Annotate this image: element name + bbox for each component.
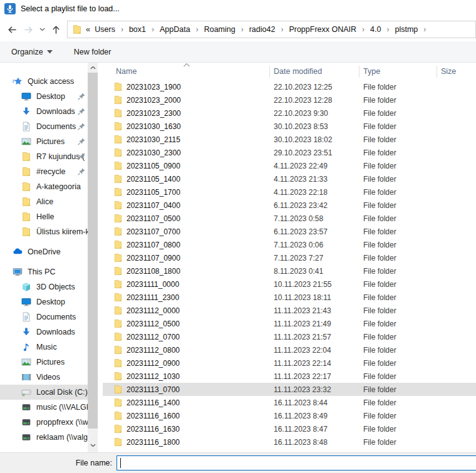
breadcrumb-segment-box1[interactable]: box1: [127, 25, 148, 34]
network-drive-icon: [21, 417, 31, 427]
breadcrumb-overflow[interactable]: «: [86, 24, 93, 35]
chevron-right-icon[interactable]: ›: [117, 25, 127, 34]
file-name-cell: 20231112_0700: [127, 333, 180, 341]
file-row[interactable]: 20231111_0000 10.11.2023 21:55 File fold…: [103, 278, 476, 291]
sidebar-scrollbar[interactable]: [88, 63, 98, 452]
file-row[interactable]: 20231023_2300 22.10.2023 9:30 File folde…: [103, 107, 476, 120]
scroll-up-icon[interactable]: [88, 63, 98, 72]
scroll-down-icon[interactable]: [88, 440, 98, 450]
file-row[interactable]: 20231116_1630 16.11.2023 8:47 File folde…: [103, 422, 476, 435]
file-row[interactable]: 20231112_0800 11.11.2023 22:04 File fold…: [103, 343, 476, 356]
sidebar-item-recycle[interactable]: #recycle: [0, 164, 88, 179]
file-row[interactable]: 20231116_1400 16.11.2023 8:44 File folde…: [103, 396, 476, 409]
file-row[interactable]: 20231108_1800 8.11.2023 0:41 File folder: [103, 264, 476, 278]
column-header-size[interactable]: Size: [437, 63, 476, 80]
back-button[interactable]: [4, 21, 20, 38]
sidebar-item-proppfrexx-wl[interactable]: proppfrexx (\\wl: [0, 415, 88, 430]
folder-icon: [21, 152, 31, 162]
column-header-name[interactable]: Name: [103, 63, 269, 80]
sidebar-item-this-pc[interactable]: This PC: [0, 264, 88, 279]
sidebar-item-desktop[interactable]: Desktop: [0, 294, 88, 309]
chevron-right-icon[interactable]: ›: [420, 25, 430, 34]
file-row[interactable]: 20231107_0900 7.11.2023 7:27 File folder: [103, 251, 476, 264]
sidebar-item-documents[interactable]: Documents: [0, 309, 88, 325]
quick-access-star-icon: [13, 76, 23, 86]
file-row[interactable]: 20231111_2300 10.11.2023 18:11 File fold…: [103, 291, 476, 304]
file-row[interactable]: 20231107_0500 7.11.2023 0:58 File folder: [103, 212, 476, 225]
file-row[interactable]: 20231112_1030 11.11.2023 22:17 File fold…: [103, 370, 476, 383]
folder-icon: [113, 200, 123, 210]
breadcrumb-segment-4-0[interactable]: 4.0: [368, 25, 383, 34]
folder-icon: [113, 174, 123, 184]
breadcrumb-segment-proppfrexx-onair[interactable]: ProppFrexx ONAIR: [287, 25, 358, 34]
sidebar-item-videos[interactable]: Videos: [0, 370, 88, 385]
file-row[interactable]: 20231112_0700 11.11.2023 21:57 File fold…: [103, 330, 476, 343]
file-row[interactable]: 20231023_1900 22.10.2023 12:25 File fold…: [103, 80, 476, 93]
file-row[interactable]: 20231112_0900 11.11.2023 22:14 File fold…: [103, 356, 476, 370]
microphone-icon: [4, 3, 16, 14]
breadcrumb-segment-roaming[interactable]: Roaming: [202, 25, 237, 34]
chevron-right-icon[interactable]: ›: [383, 25, 393, 34]
breadcrumb-segment-users[interactable]: Users: [93, 25, 117, 34]
file-name-cell: 20231113_0700: [127, 385, 180, 394]
file-row[interactable]: 20231107_0700 6.11.2023 23:57 File folde…: [103, 225, 476, 238]
sidebar-item-quick-access[interactable]: Quick access: [0, 74, 88, 89]
folder-icon: [21, 167, 31, 177]
chevron-right-icon[interactable]: ›: [358, 25, 368, 34]
up-button[interactable]: [48, 21, 64, 38]
file-row[interactable]: 20231113_0700 11.11.2023 23:32 File fold…: [103, 383, 476, 396]
file-row[interactable]: 20231030_2300 29.10.2023 23:51 File fold…: [103, 146, 476, 159]
sidebar-item-downloads[interactable]: Downloads: [0, 325, 88, 340]
sidebar-item-3d-objects[interactable]: 3D Objects: [0, 279, 88, 294]
file-row[interactable]: 20231030_1630 30.10.2023 8:53 File folde…: [103, 120, 476, 133]
sidebar-item-reklaam-valge[interactable]: reklaam (\\valge: [0, 430, 88, 445]
chevron-right-icon[interactable]: ›: [277, 25, 287, 34]
scrollbar-thumb[interactable]: [88, 73, 98, 429]
type-cell: File folder: [359, 280, 437, 289]
sidebar-item-pictures[interactable]: Pictures: [0, 134, 88, 149]
file-row[interactable]: 20231023_2000 22.10.2023 12:28 File fold…: [103, 93, 476, 107]
file-name-cell: 20231023_2300: [127, 109, 181, 118]
new-folder-button[interactable]: New folder: [74, 48, 111, 56]
file-row[interactable]: 20231112_0500 11.11.2023 21:49 File fold…: [103, 317, 476, 330]
this-pc-icon: [13, 267, 23, 277]
type-cell: File folder: [359, 412, 437, 420]
column-header-type[interactable]: Type: [359, 63, 437, 80]
sidebar-item-a-kategooria[interactable]: A-kategooria: [0, 179, 88, 194]
date-modified-cell: 11.11.2023 22:14: [269, 359, 359, 368]
sidebar-item-documents[interactable]: Documents: [0, 119, 88, 134]
file-row[interactable]: 20231107_0400 6.11.2023 23:42 File folde…: [103, 199, 476, 212]
recent-locations-chevron-icon[interactable]: [36, 21, 48, 38]
file-row[interactable]: 20231105_1400 4.11.2023 21:33 File folde…: [103, 172, 476, 185]
sidebar-item-local-disk-c[interactable]: Local Disk (C:): [0, 385, 88, 400]
sidebar-item-downloads[interactable]: Downloads: [0, 104, 88, 119]
file-row[interactable]: 20231105_0900 4.11.2023 22:49 File folde…: [103, 159, 476, 172]
column-header-date-modified[interactable]: Date modified: [269, 63, 359, 80]
chevron-right-icon[interactable]: ›: [237, 25, 247, 34]
chevron-right-icon[interactable]: ›: [192, 25, 202, 34]
breadcrumb-segment-plstmp[interactable]: plstmp: [393, 25, 420, 34]
sidebar-item-alice[interactable]: Alice: [0, 194, 88, 209]
sidebar-item-pictures[interactable]: Pictures: [0, 355, 88, 370]
file-row[interactable]: 20231105_1700 4.11.2023 22:18 File folde…: [103, 185, 476, 199]
sidebar-item-desktop[interactable]: Desktop: [0, 89, 88, 104]
organize-button[interactable]: Organize: [11, 48, 53, 56]
sidebar-item-music-valge[interactable]: music (\\VALGE): [0, 400, 88, 415]
sidebar-item-onedrive[interactable]: OneDrive: [0, 244, 88, 259]
address-bar[interactable]: « Users›box1›AppData›Roaming›radio42›Pro…: [67, 21, 476, 38]
sidebar-item-listus-kiirem-ke[interactable]: Ülistus kiirem-ke: [0, 224, 88, 239]
forward-button[interactable]: [20, 21, 36, 38]
file-row[interactable]: 20231116_1600 16.11.2023 8:49 File folde…: [103, 409, 476, 422]
file-name-input[interactable]: [116, 455, 476, 470]
file-row[interactable]: 20231107_0800 7.11.2023 0:06 File folder: [103, 238, 476, 251]
file-row[interactable]: 20231030_2115 30.10.2023 18:02 File fold…: [103, 133, 476, 146]
chevron-right-icon[interactable]: ›: [148, 25, 158, 34]
folder-icon: [21, 227, 31, 237]
breadcrumb-segment-appdata[interactable]: AppData: [158, 25, 192, 34]
breadcrumb-segment-radio42[interactable]: radio42: [247, 25, 277, 34]
sidebar-item-music[interactable]: Music: [0, 340, 88, 355]
sidebar-item-r7-kujundus[interactable]: R7 kujundus (: [0, 149, 88, 164]
file-row[interactable]: 20231116_1800 16.11.2023 8:48 File folde…: [103, 435, 476, 449]
file-row[interactable]: 20231112_0000 11.11.2023 21:43 File fold…: [103, 304, 476, 317]
sidebar-item-helle[interactable]: Helle: [0, 209, 88, 224]
